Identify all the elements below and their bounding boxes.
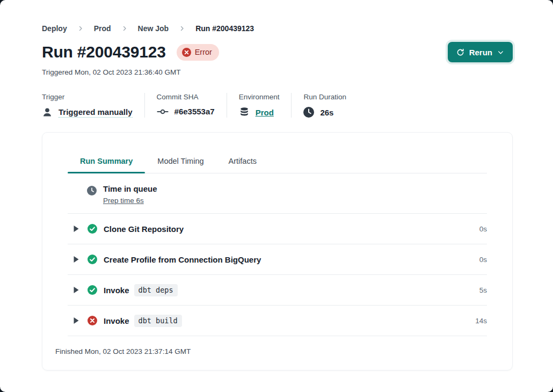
step-command-chip: dbt deps (134, 284, 178, 296)
error-circle-icon (182, 48, 191, 57)
clock-icon (87, 186, 97, 195)
meta-divider (291, 93, 292, 118)
meta-environment-label: Environment (239, 93, 280, 101)
meta-commit-value: #6e3553a7 (174, 107, 215, 116)
chevron-right-icon (121, 25, 128, 32)
tab-model-timing[interactable]: Model Timing (145, 157, 216, 173)
meta-environment: Environment Prod (239, 93, 280, 118)
meta-divider (227, 93, 227, 118)
database-icon (239, 107, 250, 118)
breadcrumb-item-new-job[interactable]: New Job (138, 24, 169, 33)
step-duration: 0s (479, 256, 487, 264)
breadcrumb-item-current-run: Run #200439123 (195, 24, 254, 33)
breadcrumb-item-prod[interactable]: Prod (94, 24, 111, 33)
error-circle-icon (88, 316, 97, 325)
success-check-icon (88, 224, 97, 234)
tab-artifacts[interactable]: Artifacts (216, 157, 269, 173)
chevron-down-icon (497, 49, 504, 56)
run-summary-card: Run Summary Model Timing Artifacts Time … (42, 132, 513, 371)
clock-icon (303, 107, 314, 118)
breadcrumb: Deploy Prod New Job Run #200439123 (42, 0, 513, 33)
step-title: Clone Git Repository (104, 224, 184, 234)
finished-timestamp: Finished Mon, 02 Oct 2023 21:37:14 GMT (55, 336, 499, 370)
step-row-invoke-dbt-build[interactable]: Invoke dbt build 14s (68, 306, 487, 336)
rerun-button[interactable]: Rerun (448, 42, 513, 62)
queue-step-title: Time in queue (103, 184, 157, 193)
queue-step-row: Time in queue Prep time 6s (68, 173, 487, 214)
tab-bar: Run Summary Model Timing Artifacts (68, 157, 487, 173)
meta-duration-value: 26s (320, 108, 333, 117)
step-title: Invoke (104, 316, 129, 325)
status-badge: Error (177, 44, 219, 61)
meta-run-duration: Run Duration 26s (303, 93, 346, 118)
meta-trigger-label: Trigger (42, 93, 133, 101)
person-icon (42, 107, 53, 118)
run-meta-row: Trigger Triggered manually Commit SHA #6… (42, 93, 513, 118)
tab-run-summary[interactable]: Run Summary (68, 157, 145, 173)
success-check-icon (88, 285, 97, 295)
meta-environment-link[interactable]: Prod (256, 108, 274, 117)
caret-right-icon[interactable] (73, 286, 79, 294)
caret-right-icon[interactable] (73, 256, 79, 263)
meta-duration-label: Run Duration (303, 93, 346, 101)
step-row-create-profile[interactable]: Create Profile from Connection BigQuery … (68, 244, 487, 275)
page-title: Run #200439123 (42, 43, 166, 61)
step-duration: 0s (479, 225, 487, 233)
caret-right-icon[interactable] (73, 317, 79, 324)
success-check-icon (88, 255, 97, 264)
meta-trigger-value[interactable]: Triggered manually (59, 107, 133, 118)
run-detail-page: Deploy Prod New Job Run #200439123 Run #… (0, 0, 553, 392)
step-command-chip: dbt build (134, 315, 182, 327)
meta-commit-sha: Commit SHA #6e3553a7 (157, 93, 215, 118)
breadcrumb-item-deploy[interactable]: Deploy (42, 24, 67, 33)
caret-right-icon[interactable] (73, 225, 79, 233)
triggered-timestamp: Triggered Mon, 02 Oct 2023 21:36:40 GMT (42, 68, 513, 76)
meta-commit-label: Commit SHA (157, 93, 215, 101)
refresh-icon (456, 48, 464, 56)
chevron-right-icon (179, 25, 185, 32)
prep-time-link[interactable]: Prep time 6s (103, 197, 144, 205)
rerun-button-label: Rerun (469, 48, 492, 57)
step-row-clone-git-repository[interactable]: Clone Git Repository 0s (68, 214, 487, 244)
page-header: Run #200439123 Error Rerun (42, 42, 513, 62)
status-badge-label: Error (195, 48, 212, 56)
chevron-right-icon (77, 25, 84, 32)
step-row-invoke-dbt-deps[interactable]: Invoke dbt deps 5s (68, 275, 487, 306)
step-duration: 5s (479, 286, 487, 294)
step-title: Create Profile from Connection BigQuery (104, 255, 261, 264)
step-title: Invoke (104, 286, 129, 295)
step-duration: 14s (475, 317, 487, 325)
meta-trigger: Trigger Triggered manually (42, 93, 133, 118)
meta-divider (144, 93, 145, 118)
commit-icon (157, 107, 169, 116)
